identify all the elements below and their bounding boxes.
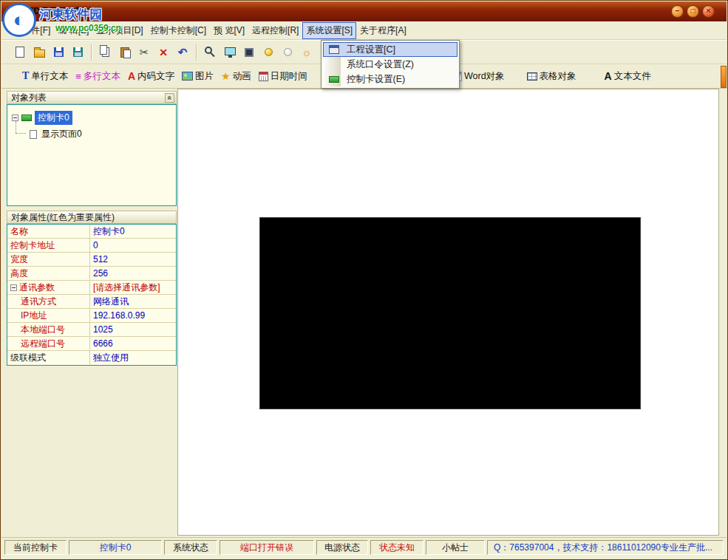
- undo-icon: ↶: [178, 47, 188, 58]
- cut-button[interactable]: ✂: [135, 43, 154, 62]
- status-bar: 当前控制卡 控制卡0 系统状态 端口打开错误 电源状态 状态未知 小帖士 Q：7…: [1, 537, 727, 556]
- group-collapse-icon[interactable]: [10, 284, 17, 291]
- property-row[interactable]: 级联模式 独立使用: [7, 351, 176, 365]
- open-file-button[interactable]: [30, 43, 49, 62]
- text-file-icon: A: [605, 71, 612, 81]
- property-row[interactable]: 高度 256: [7, 267, 176, 281]
- preview-button[interactable]: [201, 43, 220, 62]
- property-value[interactable]: 6666: [90, 338, 176, 349]
- property-row[interactable]: 通讯方式 网络通讯: [7, 295, 176, 309]
- power-on-button[interactable]: [259, 43, 278, 62]
- image-icon: [182, 72, 193, 81]
- copy-icon: [100, 45, 107, 55]
- screen-icon: [225, 47, 236, 55]
- close-button[interactable]: ✕: [702, 5, 715, 18]
- property-value[interactable]: 控制卡0: [90, 225, 176, 238]
- property-value[interactable]: 512: [90, 254, 176, 264]
- property-group-row[interactable]: 通讯参数 [请选择通讯参数]: [7, 281, 176, 295]
- menu-item-system-password[interactable]: 系统口令设置(Z): [323, 57, 457, 72]
- watermark: ◐ 河東软件园 www.pc0359.cn: [2, 3, 121, 37]
- watermark-logo-icon: ◐: [2, 3, 36, 37]
- save-icon: [54, 47, 64, 57]
- new-document-button[interactable]: [10, 43, 30, 62]
- add-table-object[interactable]: 表格对象: [527, 70, 576, 83]
- menu-item-label: 工程设置[C]: [347, 44, 395, 56]
- property-value[interactable]: [请选择通讯参数]: [90, 281, 176, 294]
- minimize-button[interactable]: −: [671, 5, 684, 18]
- tree-node-page[interactable]: 显示页面0: [30, 127, 176, 141]
- property-label: 通讯参数: [19, 281, 55, 294]
- save-all-button[interactable]: [68, 43, 87, 62]
- open-file-icon: [34, 49, 45, 58]
- led-display-preview[interactable]: [259, 217, 641, 409]
- menu-item-controller-settings[interactable]: 控制卡设置(E): [323, 72, 457, 86]
- save-button[interactable]: [49, 43, 68, 62]
- controller-chip-button[interactable]: [239, 43, 259, 62]
- item-label: 日期时间: [271, 70, 307, 83]
- internal-code-text-icon: A: [128, 71, 135, 81]
- power-off-button[interactable]: [278, 43, 297, 62]
- copy-button[interactable]: [96, 43, 115, 62]
- delete-button[interactable]: ✕: [154, 43, 173, 62]
- property-row[interactable]: 名称 控制卡0: [7, 225, 176, 239]
- paste-button[interactable]: [115, 43, 135, 62]
- item-label: 动画: [233, 70, 251, 83]
- add-text-file[interactable]: A 文本文件: [605, 70, 651, 83]
- controller-card-icon: [21, 115, 32, 121]
- collapse-panel-button[interactable]: «: [165, 93, 174, 103]
- preview-icon: [205, 47, 212, 54]
- property-value[interactable]: 256: [90, 268, 176, 279]
- object-list-title: 对象列表: [11, 92, 47, 103]
- property-label: 级联模式: [7, 351, 90, 365]
- property-value[interactable]: 1025: [90, 324, 176, 335]
- property-value[interactable]: 独立使用: [90, 352, 176, 364]
- property-label: 高度: [7, 267, 90, 280]
- tree-expand-icon[interactable]: [12, 115, 18, 121]
- item-label: 内码文字: [137, 70, 174, 83]
- add-internal-code-text[interactable]: A 内码文字: [128, 70, 174, 83]
- app-window: { "window": { "title": "LED显示屏控制软件", "co…: [0, 0, 728, 560]
- object-tree: 控制卡0 显示页面0: [7, 104, 177, 206]
- undo-button[interactable]: ↶: [173, 43, 192, 62]
- property-label: 宽度: [7, 253, 90, 266]
- property-value[interactable]: 网络通讯: [90, 296, 176, 308]
- property-value[interactable]: 192.168.0.99: [90, 310, 176, 321]
- property-row[interactable]: 本地端口号 1025: [7, 323, 176, 337]
- cut-icon: ✂: [140, 47, 149, 58]
- menu-preview[interactable]: 预 览[V]: [210, 22, 248, 39]
- property-row[interactable]: IP地址 192.168.0.99: [7, 309, 176, 323]
- brightness-button[interactable]: ☼: [297, 43, 316, 62]
- add-animation[interactable]: ★ 动画: [221, 70, 251, 83]
- menu-card-control[interactable]: 控制卡控制[C]: [147, 22, 210, 39]
- controller-card-icon: [329, 76, 339, 83]
- screen-button[interactable]: [220, 43, 239, 62]
- property-row[interactable]: 控制卡地址 0: [7, 239, 176, 253]
- property-grid: 名称 控制卡0 控制卡地址 0 宽度 512 高度 256 通讯参数 [请选择通…: [7, 224, 177, 366]
- add-multi-line-text[interactable]: ≡ 多行文本: [75, 70, 120, 83]
- status-support-info: Q：765397004，技术支持：18611012090专业生产批...: [487, 540, 724, 555]
- add-single-line-text[interactable]: T 单行文本: [22, 70, 68, 83]
- add-image[interactable]: 图片: [182, 70, 214, 83]
- add-date-time[interactable]: 日期时间: [259, 70, 307, 83]
- property-value[interactable]: 0: [90, 240, 176, 250]
- menu-remote-control[interactable]: 远程控制[R]: [248, 22, 302, 39]
- property-label: 本地端口号: [7, 323, 90, 336]
- status-system-value: 端口打开错误: [220, 540, 314, 555]
- toolbar-separator: [196, 44, 197, 61]
- menu-about[interactable]: 关于程序[A]: [356, 22, 410, 39]
- item-label: Word对象: [464, 70, 505, 83]
- tree-node-controller[interactable]: 控制卡0: [12, 111, 176, 125]
- menu-system-settings[interactable]: 系统设置[S]: [302, 22, 356, 39]
- menu-item-project-settings[interactable]: 工程设置[C]: [323, 42, 457, 57]
- status-power-value: 状态未知: [370, 540, 423, 555]
- status-power-label: 电源状态: [316, 540, 368, 555]
- property-row[interactable]: 远程端口号 6666: [7, 337, 176, 351]
- table-object-icon: [527, 72, 537, 81]
- property-label: IP地址: [7, 309, 90, 322]
- item-label: 表格对象: [540, 70, 576, 83]
- property-row[interactable]: 宽度 512: [7, 253, 176, 267]
- maximize-button[interactable]: □: [687, 5, 699, 18]
- tree-node-label: 控制卡0: [35, 111, 72, 125]
- animation-icon: ★: [221, 71, 231, 81]
- status-current-card-value: 控制卡0: [69, 540, 162, 555]
